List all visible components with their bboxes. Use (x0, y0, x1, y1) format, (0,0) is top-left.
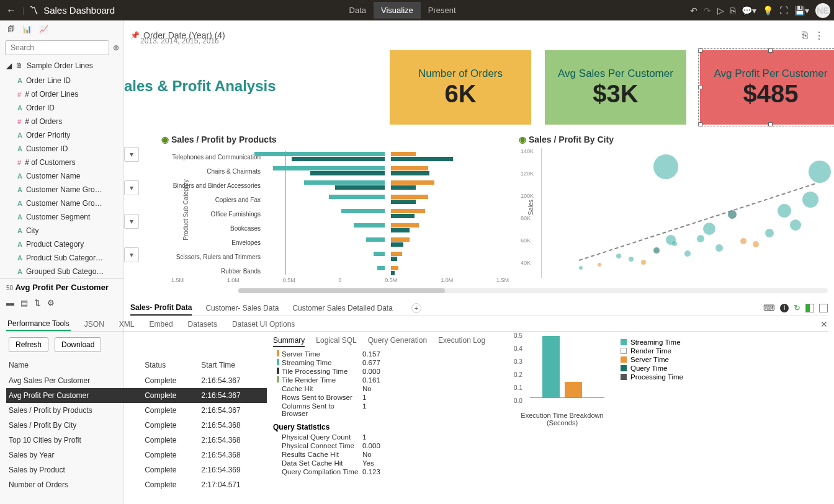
kpi-row: Number of Orders6KAvg Sales Per Customer… (390, 50, 834, 125)
back-button[interactable]: ← (4, 5, 19, 16)
tree-item[interactable]: AOrder Priority (0, 128, 118, 142)
tree-item[interactable]: ACustomer Segment (0, 210, 118, 224)
breadcrumb: 📌 Order Date (Year) (4) 2013, 2014, 2015… (0, 20, 834, 48)
preview-icon[interactable]: ⎘ (730, 6, 735, 15)
table-row[interactable]: Number of OrdersComplete2:17:04.571 (6, 477, 267, 492)
download-button[interactable]: Download (55, 337, 101, 352)
tree-item[interactable]: AGrouped Sub Catego… (0, 265, 118, 278)
filter-1[interactable]: ▾ (124, 147, 139, 162)
data-tree: AOrder Line ID## of Order LinesAOrder ID… (0, 74, 123, 278)
selected-section: 50 Avg Profit Per Customer (0, 278, 123, 296)
filter-icon: ◉ (519, 135, 526, 144)
perf-left: Refresh Download NameStatusStart Time Av… (6, 332, 267, 504)
sort-icon[interactable]: ⇅ (34, 298, 41, 307)
dev-tab[interactable]: Dataset UI Options (231, 318, 296, 330)
dev-tab[interactable]: Datasets (187, 318, 218, 330)
tree-item[interactable]: ACity (0, 224, 118, 237)
page-title: ales & Profit Analysis (124, 77, 276, 95)
tree-item[interactable]: ## of Orders (0, 115, 118, 128)
keyboard-icon[interactable]: ⌨ (763, 303, 775, 312)
dev-tab[interactable]: XML (118, 318, 136, 330)
perf-table[interactable]: NameStatusStart Time Avg Sales Per Custo… (6, 357, 267, 492)
tree-item[interactable]: AProduct Sub Categor… (0, 251, 118, 265)
selected-toolbar: ▬ ▤ ⇅ ⚙ (0, 296, 123, 310)
collapse-icon: ◢ (6, 61, 12, 70)
topbar-actions: ↶ ↷ ▷ ⎘ 💬▾ 💡 ⛶ 💾▾ NE (690, 3, 830, 18)
avatar[interactable]: NE (815, 3, 830, 18)
refresh-button[interactable]: Refresh (9, 337, 48, 352)
mode-tabs: DataVisualizePresent (115, 2, 690, 19)
selected-title: Avg Profit Per Customer (15, 283, 109, 292)
panel-right-icon[interactable] (819, 304, 828, 312)
detail-tab[interactable]: Summary (273, 335, 305, 347)
comments-icon[interactable]: 💬▾ (742, 6, 756, 15)
sheet-tab[interactable]: Customer- Sales Data (205, 301, 279, 315)
panel-left-icon[interactable] (805, 304, 814, 312)
perf-chart: 0.50.40.30.20.10.0 Streaming TimeRender … (496, 332, 828, 504)
table-row[interactable]: Sales by ProductComplete2:16:54.369 (6, 462, 267, 477)
mode-tab-visualize[interactable]: Visualize (374, 2, 421, 19)
sheet-tabs: Sales- Profit DataCustomer- Sales DataCu… (130, 300, 828, 316)
tree-item[interactable]: ACustomer ID (0, 142, 118, 156)
undo-icon[interactable]: ↶ (690, 6, 697, 15)
detail-tab[interactable]: Query Generation (368, 335, 427, 347)
refresh-icon[interactable]: ↻ (794, 303, 800, 312)
kpi-card[interactable]: Avg Profit Per Customer$485 (700, 50, 834, 125)
filter-icon[interactable]: ▤ (20, 298, 28, 307)
play-icon[interactable]: ▷ (717, 6, 724, 15)
table-row[interactable]: Sales / Profit by ProductsComplete2:16:5… (6, 403, 267, 418)
topbar: ← | 〽 Sales Dashboard DataVisualizePrese… (0, 0, 834, 20)
canvas: ales & Profit Analysis Number of Orders6… (124, 48, 834, 296)
table-row[interactable]: Avg Profit Per CustomerComplete2:16:54.3… (6, 388, 267, 403)
filter-4[interactable]: ▾ (124, 247, 139, 262)
tree-item[interactable]: AProduct Category (0, 237, 118, 251)
kpi-card[interactable]: Avg Sales Per Customer$3K (545, 50, 686, 125)
sheet-tab[interactable]: Customer Sales Detailed Data (292, 301, 392, 315)
chart-icon: 〽 (29, 5, 38, 15)
tree-item[interactable]: AOrder Line ID (0, 74, 118, 87)
app-title: Sales Dashboard (43, 5, 115, 15)
kpi-card[interactable]: Number of Orders6K (390, 50, 531, 125)
options-icon[interactable]: ⋮ (814, 30, 824, 42)
perf-panel: Refresh Download NameStatusStart Time Av… (6, 332, 828, 504)
pin-icon[interactable]: 📌 (130, 31, 140, 40)
tree-item[interactable]: ## of Order Lines (0, 87, 118, 101)
perf-details: SummaryLogical SQLQuery GenerationExecut… (267, 332, 496, 504)
dev-tab[interactable]: Embed (148, 318, 174, 330)
tree-item[interactable]: ## of Customers (0, 156, 118, 169)
redo-icon[interactable]: ↷ (704, 6, 711, 15)
dev-tab[interactable]: JSON (83, 318, 105, 330)
dev-tab[interactable]: Performance Tools (6, 317, 71, 331)
canvas-scrollbar[interactable] (238, 288, 828, 293)
filter-2[interactable]: ▾ (124, 180, 139, 195)
table-row[interactable]: Sales by YearComplete2:16:54.368 (6, 448, 267, 462)
settings-icon[interactable]: ⚙ (47, 298, 55, 307)
chart-city[interactable]: ◉Sales / Profit By City Sales 140K120K10… (519, 135, 817, 278)
tree-item[interactable]: ACustomer Name Gro… (0, 197, 118, 210)
tree-item[interactable]: ACustomer Name (0, 169, 118, 183)
filter-3[interactable]: ▾ (124, 214, 139, 229)
tree-header[interactable]: ◢ 🗎 Sample Order Lines (0, 58, 123, 74)
add-sheet-icon[interactable]: + (411, 303, 421, 313)
dataset-icon: 🗎 (16, 61, 23, 70)
filter-icon: ◉ (161, 135, 169, 144)
detail-tab[interactable]: Logical SQL (316, 335, 356, 347)
tree-item[interactable]: AOrder ID (0, 101, 118, 115)
save-icon[interactable]: 💾▾ (794, 6, 809, 15)
tree-item[interactable]: ACustomer Name Gro… (0, 183, 118, 197)
fullscreen-icon[interactable]: ⛶ (779, 6, 788, 15)
table-row[interactable]: Avg Sales Per CustomerComplete2:16:54.36… (6, 373, 267, 388)
table-row[interactable]: Sales / Profit By CityComplete2:16:54.36… (6, 418, 267, 433)
data-action-icon[interactable]: ⎘ (802, 30, 808, 41)
table-row[interactable]: Top 10 Cities by ProfitComplete2:16:54.3… (6, 433, 267, 448)
mode-tab-data[interactable]: Data (342, 2, 374, 19)
info-icon[interactable]: i (780, 304, 789, 312)
filter-selectors: ▾ ▾ ▾ ▾ (124, 147, 139, 262)
lightbulb-icon[interactable]: 💡 (763, 6, 773, 15)
detail-tab[interactable]: Execution Log (438, 335, 485, 347)
chart-products[interactable]: ◉Sales / Profit by Products Product Sub … (161, 135, 509, 281)
bar-icon[interactable]: ▬ (6, 298, 14, 307)
sheet-tab[interactable]: Sales- Profit Data (130, 301, 192, 316)
mode-tab-present[interactable]: Present (421, 2, 464, 19)
close-panel-icon[interactable]: ✕ (820, 319, 828, 329)
